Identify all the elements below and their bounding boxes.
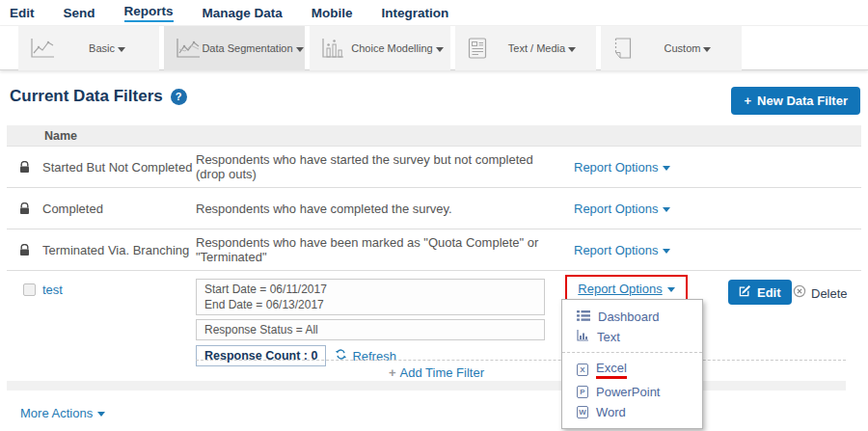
menu-item-excel[interactable]: X Excel bbox=[562, 358, 702, 382]
tab-label: Custom bbox=[634, 42, 742, 54]
tab-label: Basic bbox=[55, 42, 159, 54]
chevron-down-icon bbox=[118, 47, 125, 52]
tab-custom[interactable]: Custom bbox=[601, 26, 742, 70]
tab-label: Data Segmentation bbox=[201, 42, 305, 54]
tab-label: Text / Media bbox=[488, 42, 596, 54]
report-options-menu: Dashboard Text X Excel P PowerPoint W Wo… bbox=[561, 299, 703, 429]
nav-item-edit[interactable]: Edit bbox=[10, 6, 35, 22]
nav-item-mobile[interactable]: Mobile bbox=[312, 6, 353, 22]
page-header: Current Data Filters ? New Data Filter bbox=[10, 87, 860, 116]
chevron-down-icon bbox=[663, 166, 670, 171]
menu-item-text[interactable]: Text bbox=[562, 327, 702, 347]
data-filters-table: Name Started But Not Completed Responden… bbox=[7, 125, 861, 391]
report-options-link[interactable]: Report Options bbox=[574, 202, 670, 216]
pencil-icon bbox=[739, 284, 751, 300]
dashboard-icon bbox=[577, 310, 590, 324]
bar-chart-icon bbox=[577, 330, 589, 344]
table-row: Started But Not Completed Respondents wh… bbox=[7, 147, 861, 188]
plus-icon: + bbox=[389, 365, 396, 380]
table-row: Terminated Via. Branching Respondents wh… bbox=[7, 229, 861, 271]
report-options-link[interactable]: Report Options bbox=[574, 243, 670, 257]
filter-name-link[interactable]: test bbox=[42, 283, 63, 297]
chevron-down-icon bbox=[97, 412, 105, 417]
add-time-filter-row: +Add Time Filter bbox=[196, 360, 846, 380]
custom-report-icon bbox=[612, 37, 634, 60]
new-data-filter-button[interactable]: New Data Filter bbox=[731, 87, 860, 115]
add-time-filter-link[interactable]: +Add Time Filter bbox=[389, 365, 484, 380]
circle-x-icon bbox=[793, 284, 806, 302]
response-status-box: Response Status = All bbox=[196, 319, 545, 340]
tab-basic[interactable]: Basic bbox=[18, 26, 159, 70]
table-row: Completed Respondents who have completed… bbox=[7, 188, 861, 229]
more-actions: More Actions bbox=[20, 404, 868, 421]
chevron-down-icon bbox=[667, 287, 675, 292]
filter-name: Terminated Via. Branching bbox=[42, 243, 196, 257]
nav-item-send[interactable]: Send bbox=[64, 6, 95, 22]
menu-separator bbox=[562, 352, 702, 353]
top-nav: Edit Send Reports Manage Data Mobile Int… bbox=[0, 0, 868, 25]
nav-item-manage-data[interactable]: Manage Data bbox=[203, 6, 283, 22]
plus-icon bbox=[744, 94, 751, 108]
row-checkbox[interactable] bbox=[23, 283, 36, 296]
lock-icon bbox=[7, 161, 42, 174]
filter-description: Respondents who have started the survey … bbox=[196, 152, 574, 181]
filter-details: Start Date = 06/11/2017 End Date = 06/13… bbox=[196, 279, 545, 366]
name-column-header: Name bbox=[44, 129, 77, 143]
edit-button[interactable]: Edit bbox=[728, 280, 792, 305]
more-actions-link[interactable]: More Actions bbox=[20, 406, 105, 420]
chevron-down-icon bbox=[663, 207, 670, 212]
report-type-tabs: Basic Data Segmentation Choice Modelling… bbox=[0, 25, 868, 70]
chevron-down-icon bbox=[296, 47, 304, 52]
table-row-test: test Start Date = 06/11/2017 End Date = … bbox=[7, 271, 861, 391]
lock-icon bbox=[7, 202, 42, 215]
delete-button[interactable]: Delete bbox=[793, 284, 848, 302]
page-title: Current Data Filters bbox=[10, 87, 163, 106]
table-header: Name bbox=[7, 125, 861, 147]
help-icon[interactable]: ? bbox=[171, 89, 187, 105]
date-filter-box: Start Date = 06/11/2017 End Date = 06/13… bbox=[196, 279, 545, 315]
chevron-down-icon bbox=[568, 47, 576, 52]
chevron-down-icon bbox=[436, 47, 444, 52]
line-chart-icon bbox=[30, 38, 55, 59]
page-root: Edit Send Reports Manage Data Mobile Int… bbox=[0, 0, 868, 431]
filter-name: Completed bbox=[42, 202, 196, 216]
bar-chart-icon bbox=[321, 38, 344, 59]
report-options-link[interactable]: Report Options bbox=[578, 282, 674, 296]
chevron-down-icon bbox=[703, 47, 711, 52]
filter-description: Respondents who have been marked as "Quo… bbox=[196, 235, 574, 264]
lock-icon bbox=[7, 244, 42, 256]
menu-item-powerpoint[interactable]: P PowerPoint bbox=[562, 382, 702, 402]
menu-item-word[interactable]: W Word bbox=[562, 402, 702, 422]
tab-text-media[interactable]: Text / Media bbox=[455, 26, 596, 70]
filter-name: Started But Not Completed bbox=[42, 160, 196, 175]
tab-label: Choice Modelling bbox=[344, 42, 450, 54]
filter-description: Respondents who have completed the surve… bbox=[196, 202, 574, 216]
report-options-annotation: Report Options bbox=[565, 275, 688, 302]
excel-file-icon: X bbox=[577, 364, 588, 376]
chevron-down-icon bbox=[663, 249, 670, 254]
tab-choice-modelling[interactable]: Choice Modelling bbox=[310, 26, 450, 70]
tab-data-segmentation[interactable]: Data Segmentation bbox=[164, 26, 305, 70]
newspaper-icon bbox=[467, 37, 488, 60]
line-chart-icon bbox=[176, 38, 201, 59]
powerpoint-file-icon: P bbox=[577, 386, 588, 398]
menu-item-dashboard[interactable]: Dashboard bbox=[562, 307, 702, 327]
nav-item-reports[interactable]: Reports bbox=[124, 4, 174, 22]
nav-item-integration[interactable]: Integration bbox=[382, 6, 449, 22]
report-options-link[interactable]: Report Options bbox=[574, 160, 670, 175]
table-footer-strip bbox=[7, 381, 846, 391]
word-file-icon: W bbox=[577, 406, 588, 418]
